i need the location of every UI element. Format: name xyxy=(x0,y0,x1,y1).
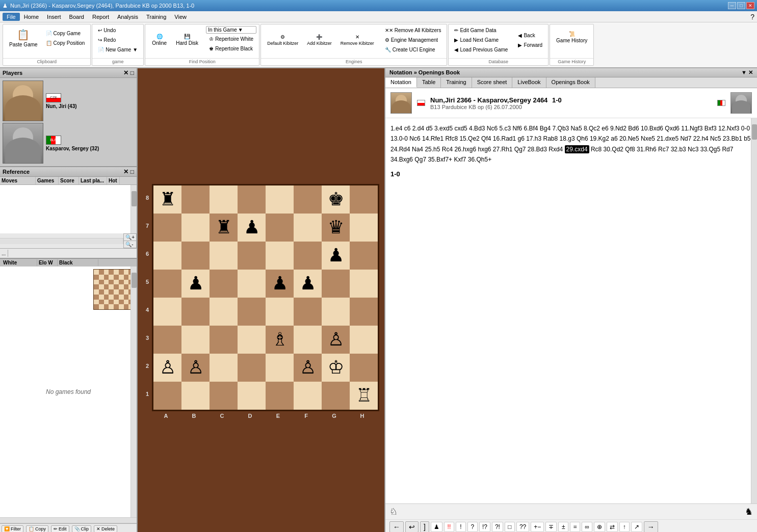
square-a5[interactable] xyxy=(153,270,181,298)
square-g1[interactable] xyxy=(322,382,350,410)
square-b1[interactable] xyxy=(181,382,210,410)
ref-more-button[interactable]: ... xyxy=(1,250,6,257)
game-list-scrollbar-h[interactable] xyxy=(0,517,137,523)
ann-square-button[interactable]: □ xyxy=(505,522,515,532)
square-g3[interactable]: ♙ xyxy=(322,326,350,354)
square-g7[interactable]: ♛ xyxy=(322,214,350,242)
ann-arrows-button[interactable]: ⇄ xyxy=(607,522,618,532)
square-f5[interactable]: ♟ xyxy=(294,270,322,298)
square-d3[interactable] xyxy=(238,326,266,354)
square-a8[interactable]: ♜ xyxy=(153,185,181,214)
close-button[interactable]: ✕ xyxy=(746,2,754,9)
square-h5[interactable] xyxy=(350,270,378,298)
hard-disk-button[interactable]: 💾 Hard Disk xyxy=(172,31,202,48)
online-button[interactable]: 🌐 Online xyxy=(148,31,171,48)
square-g2[interactable]: ♔ xyxy=(322,354,350,382)
square-f2[interactable]: ♙ xyxy=(294,354,322,382)
highlighted-move[interactable]: 29.cxd4 xyxy=(565,145,589,153)
menu-analysis[interactable]: Analysis xyxy=(113,13,142,21)
ann-circle-button[interactable]: ⊕ xyxy=(594,522,605,532)
menu-board[interactable]: Board xyxy=(65,13,88,21)
square-f1[interactable] xyxy=(294,382,322,410)
edit-list-button[interactable]: ✏ Edit xyxy=(51,525,69,532)
ref-zoom-out[interactable]: 🔍- xyxy=(124,241,136,248)
square-d1[interactable] xyxy=(238,382,266,410)
square-g5[interactable] xyxy=(322,270,350,298)
ann-check-button[interactable]: !! xyxy=(444,522,454,532)
clip-button[interactable]: 📎 Clip xyxy=(72,525,92,532)
filter-button[interactable]: 🔽 Filter xyxy=(2,525,23,532)
nav-forward-button[interactable]: → xyxy=(644,521,658,532)
menu-insert[interactable]: Insert xyxy=(43,13,65,21)
ann-infinity-button[interactable]: ∞ xyxy=(582,522,592,532)
copy-list-button[interactable]: 📋 Copy xyxy=(26,525,48,532)
square-h4[interactable] xyxy=(350,298,378,326)
nav-start-button[interactable]: ← xyxy=(389,521,404,532)
menu-home[interactable]: Home xyxy=(20,13,43,21)
menu-report[interactable]: Report xyxy=(88,13,113,21)
ann-upright-button[interactable]: ↗ xyxy=(631,522,642,532)
square-a7[interactable] xyxy=(153,214,181,242)
ann-question-button[interactable]: ? xyxy=(467,522,478,532)
rep-white-button[interactable]: ♔ Repertoire White xyxy=(206,35,256,43)
square-d2[interactable] xyxy=(238,354,266,382)
square-b4[interactable] xyxy=(181,298,210,326)
ref-zoom-in[interactable]: 🔍+ xyxy=(124,234,136,241)
remove-kibitzer-button[interactable]: ✕ Remove Kibitzer xyxy=(337,32,378,48)
copy-position-button[interactable]: 📋 Copy Position xyxy=(43,39,88,47)
square-e7[interactable] xyxy=(266,214,294,242)
remove-all-kibitzers-button[interactable]: ✕✕ Remove All Kibitzers xyxy=(382,26,445,35)
square-a1[interactable] xyxy=(153,382,181,410)
new-game-button[interactable]: 📄 New Game ▼ xyxy=(95,45,141,54)
square-e6[interactable] xyxy=(266,242,294,270)
square-a4[interactable] xyxy=(153,298,181,326)
help-button[interactable]: ? xyxy=(750,13,754,21)
square-b5[interactable]: ♟ xyxy=(181,270,210,298)
back-button[interactable]: ◀ Back xyxy=(515,31,545,40)
undo-button[interactable]: ↩ Undo xyxy=(95,26,119,35)
square-e4[interactable] xyxy=(266,298,294,326)
players-panel-close[interactable]: ✕ □ xyxy=(123,69,134,76)
tab-livebook[interactable]: LiveBook xyxy=(512,77,546,88)
chess-board[interactable]: ♜♚♜♟♛♟♟♟♟♗♙♙♙♙♔♖ xyxy=(152,184,379,411)
nav-bracket-button[interactable]: ] xyxy=(420,521,429,532)
minimize-button[interactable]: ─ xyxy=(728,2,736,9)
square-f4[interactable] xyxy=(294,298,322,326)
forward-button[interactable]: ▶ Forward xyxy=(515,41,545,49)
tab-training[interactable]: Training xyxy=(441,77,472,88)
ann-up-button[interactable]: ↑ xyxy=(619,522,630,532)
menu-view[interactable]: View xyxy=(170,13,191,21)
ann-piece-button[interactable]: ♟ xyxy=(431,522,442,532)
square-f3[interactable] xyxy=(294,326,322,354)
ref-scrollbar-h[interactable] xyxy=(0,238,123,244)
delete-button[interactable]: ✕ Delete xyxy=(94,525,117,532)
square-b8[interactable] xyxy=(181,185,210,214)
game-list-scrollbar-v[interactable] xyxy=(130,267,137,517)
square-d8[interactable] xyxy=(238,185,266,214)
ann-plusminus-button[interactable]: +− xyxy=(531,522,544,532)
reference-panel-close[interactable]: ✕ □ xyxy=(123,168,134,175)
square-b7[interactable] xyxy=(181,214,210,242)
ann-plusequal-button[interactable]: ± xyxy=(558,522,568,532)
square-e2[interactable] xyxy=(266,354,294,382)
square-b3[interactable] xyxy=(181,326,210,354)
tab-openings-book[interactable]: Openings Book xyxy=(546,77,595,88)
load-prev-game-button[interactable]: ◀ Load Previous Game xyxy=(451,45,511,54)
square-e8[interactable] xyxy=(266,185,294,214)
square-e1[interactable] xyxy=(266,382,294,410)
square-e5[interactable]: ♟ xyxy=(266,270,294,298)
square-a2[interactable]: ♙ xyxy=(153,354,181,382)
square-c5[interactable] xyxy=(210,270,238,298)
copy-game-button[interactable]: 📄 Copy Game xyxy=(43,29,88,38)
maximize-button[interactable]: □ xyxy=(737,2,745,9)
square-c7[interactable]: ♜ xyxy=(210,214,238,242)
default-kibitzer-button[interactable]: ⚙ Default Kibitzer xyxy=(264,32,302,48)
square-h8[interactable] xyxy=(350,185,378,214)
square-d6[interactable] xyxy=(238,242,266,270)
square-c8[interactable] xyxy=(210,185,238,214)
ann-exquestion-button[interactable]: !? xyxy=(479,522,490,532)
load-next-game-button[interactable]: ▶ Load Next Game xyxy=(451,36,511,44)
notation-content[interactable]: 1.e4 c6 2.d4 d5 3.exd5 cxd5 4.Bd3 Nc6 5.… xyxy=(385,118,757,503)
square-h2[interactable] xyxy=(350,354,378,382)
edit-game-data-button[interactable]: ✏ Edit Game Data xyxy=(451,26,511,35)
